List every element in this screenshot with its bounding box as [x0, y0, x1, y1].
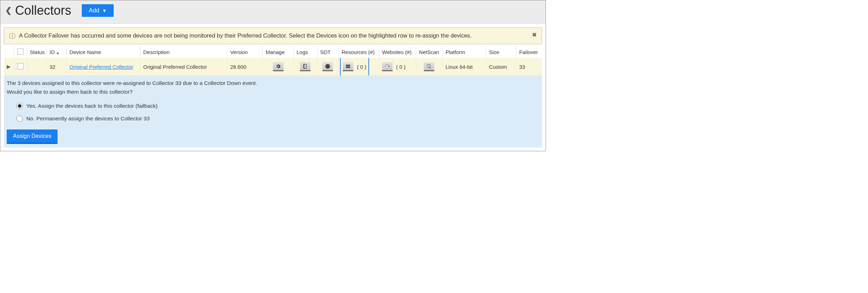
- netscan-button[interactable]: [424, 62, 434, 71]
- row-checkbox[interactable]: [17, 63, 24, 69]
- option-permanent-label: No. Permanently assign the devices to Co…: [26, 115, 150, 122]
- col-device-name[interactable]: Device Name: [67, 46, 140, 58]
- option-failback-label: Yes. Assign the devices back to this col…: [26, 103, 158, 109]
- col-checkbox: [14, 46, 27, 58]
- scan-icon: [426, 64, 432, 69]
- device-name-link[interactable]: Original Preferred Collector: [69, 64, 133, 70]
- websites-button[interactable]: [382, 62, 393, 71]
- col-sdt[interactable]: SDT: [317, 46, 339, 58]
- add-button-label: Add: [89, 7, 99, 14]
- resources-highlight: ( 0 ): [340, 58, 369, 75]
- col-description[interactable]: Description: [140, 46, 227, 58]
- top-bar: ❮ Collectors Add ▼: [0, 0, 546, 24]
- resources-button[interactable]: [343, 62, 353, 71]
- manage-button[interactable]: [273, 62, 283, 71]
- add-button[interactable]: Add ▼: [82, 4, 114, 17]
- info-icon: ⓘ: [9, 32, 15, 40]
- cell-failover: 33: [516, 58, 542, 75]
- col-failover[interactable]: Failover: [516, 46, 542, 58]
- alert-message: A Collector Failover has occurred and so…: [19, 31, 528, 40]
- radio-unselected-icon: [16, 115, 23, 122]
- col-logs[interactable]: Logs: [294, 46, 317, 58]
- row-detail-panel: The 3 devices assigned to this collector…: [4, 75, 542, 147]
- col-netscan[interactable]: NetScan: [416, 46, 443, 58]
- cell-description: Original Preferred Collector: [140, 58, 227, 75]
- cell-id: 32: [47, 58, 67, 75]
- reassign-options: Yes. Assign the devices back to this col…: [16, 103, 539, 122]
- back-chevron-icon[interactable]: ❮: [3, 6, 14, 15]
- resources-count: ( 0 ): [357, 64, 366, 70]
- expand-toggle[interactable]: ▶: [4, 58, 14, 75]
- book-icon: [302, 64, 308, 69]
- radio-selected-icon: [16, 103, 23, 109]
- failover-alert: ⓘ A Collector Failover has occurred and …: [4, 27, 542, 44]
- col-resources[interactable]: Resources (#): [339, 46, 379, 58]
- col-size[interactable]: Size: [486, 46, 516, 58]
- detail-line2: Would you like to assign them back to th…: [7, 88, 539, 96]
- gear-icon: [275, 64, 281, 69]
- app-frame: ❮ Collectors Add ▼ ⓘ A Collector Failove…: [0, 0, 546, 151]
- chevron-down-icon: ▼: [102, 8, 107, 13]
- cell-status: [27, 58, 47, 75]
- table-row: ▶ 32 Original Preferred Collector Origin…: [4, 58, 542, 75]
- page-title: Collectors: [15, 3, 71, 18]
- cell-size: Custom: [486, 58, 516, 75]
- col-websites[interactable]: Websites (#): [379, 46, 416, 58]
- col-id[interactable]: ID▲: [47, 46, 67, 58]
- close-icon[interactable]: ✖: [532, 31, 537, 39]
- sort-asc-icon: ▲: [56, 51, 60, 55]
- select-all-checkbox[interactable]: [17, 48, 24, 55]
- logs-button[interactable]: [300, 62, 311, 71]
- detail-line1: The 3 devices assigned to this collector…: [7, 79, 539, 88]
- assign-devices-button[interactable]: Assign Devices: [7, 129, 58, 144]
- col-manage[interactable]: Manage: [263, 46, 294, 58]
- col-platform[interactable]: Platform: [442, 46, 486, 58]
- cell-version: 28.600: [227, 58, 263, 75]
- table-header: Status ID▲ Device Name Description Versi…: [4, 46, 542, 58]
- sdt-button[interactable]: [322, 62, 333, 71]
- col-expand: [4, 46, 14, 58]
- col-status[interactable]: Status: [27, 46, 47, 58]
- collectors-table: Status ID▲ Device Name Description Versi…: [4, 46, 542, 147]
- option-permanent[interactable]: No. Permanently assign the devices to Co…: [16, 115, 539, 122]
- cell-platform: Linux 64-bit: [442, 58, 486, 75]
- option-failback[interactable]: Yes. Assign the devices back to this col…: [16, 103, 539, 109]
- clock-icon: [325, 64, 330, 69]
- refresh-icon: [385, 64, 390, 69]
- websites-count: ( 0 ): [396, 64, 406, 70]
- content-area: ⓘ A Collector Failover has occurred and …: [0, 24, 546, 151]
- devices-icon: [345, 64, 351, 69]
- col-version[interactable]: Version: [227, 46, 263, 58]
